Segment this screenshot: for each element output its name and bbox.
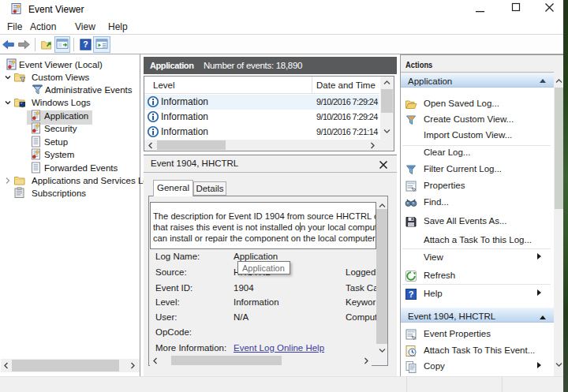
svg-text:?: ?: [83, 39, 88, 49]
svg-text:?: ?: [409, 289, 414, 299]
